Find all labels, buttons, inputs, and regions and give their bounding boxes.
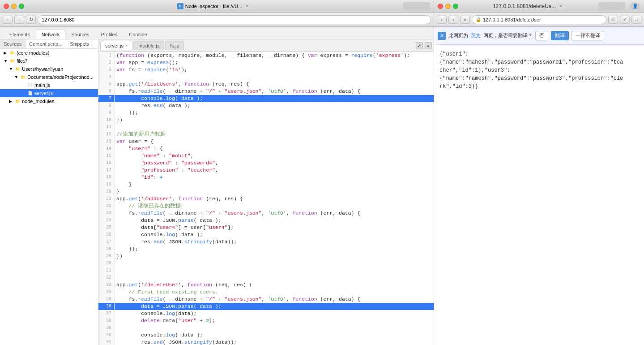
code-content: (function (exports, require, module, __f… [115,52,434,345]
address-bar-right[interactable]: 🔒 127.0.0.1:8081/deleteUser [472,15,606,24]
forward-button[interactable]: › [14,16,24,24]
tree-item-users[interactable]: ▼ 📁 Users/hywanliyuan [0,65,98,73]
ln-18: 18 [98,174,114,181]
translate-no-button[interactable]: 否 [535,31,548,40]
close-button-right[interactable] [438,4,443,9]
tree-item-core[interactable]: ▶ 📁 (core modules) [0,49,98,57]
nav-bar-left: ‹ › ↻ 127.0.0.1:8080 [0,13,434,27]
title-bar-right: 127.0.0.1:8081/deleteUs... × 👤 [434,0,644,13]
json-content: {"user1":{"name":"mahesh","password":"pa… [434,45,644,345]
tree-item-mainjs[interactable]: 📄 main.js [0,81,98,89]
address-bar-left[interactable]: 127.0.0.1:8080 [38,15,431,24]
code-line-14: "user4" : { [115,145,434,152]
maximize-button[interactable] [19,4,24,9]
ln-13: 13 [98,138,114,145]
ln-2: 2 [98,59,114,66]
reload-button[interactable]: ↻ [26,16,36,24]
code-line-11 [115,124,434,131]
address-text-right: 127.0.0.1:8081/deleteUser [483,17,541,22]
line-numbers: 1 2 3 4 5 6 7 8 9 10 11 12 13 14 15 16 1 [98,52,115,345]
translate-prompt: 网页，是否需要翻译？ [483,32,533,39]
tree-item-file[interactable]: ▼ 📁 file:// [0,57,98,65]
sync-button[interactable]: ✓ [620,16,630,24]
code-line-20: } [115,188,434,195]
code-line-31 [115,267,434,274]
file-tree-tab-sources[interactable]: Sources [0,39,26,48]
code-line-41: res.end( JSON.stringify(data)); [115,339,434,345]
title-spacer-right [598,2,625,10]
tab-area-right: 127.0.0.1:8081/deleteUs... × [461,3,596,9]
minimize-button[interactable] [11,4,17,9]
code-line-39 [115,324,434,332]
ln-12: 12 [98,131,114,138]
code-line-27: res.end( JSON.stringify(data)); [115,238,434,246]
ln-26: 26 [98,231,114,238]
ln-3: 3 [98,66,114,73]
code-line-21: app.get('/addUser', function (req, res) … [115,195,434,203]
code-line-33: app.get('/deleteUser', function (req, re… [115,281,434,289]
address-text-left: 127.0.0.1:8080 [42,17,74,22]
ln-23: 23 [98,210,114,217]
file-tree-tab-snippets[interactable]: Snippets [66,39,93,48]
ln-22: 22 [98,203,114,210]
ln-34: 34 [98,289,114,296]
code-line-3: var fs = require('fs'); [115,66,434,73]
editor-tabs: server.js × module.js fs.js ⤢ ≡ [98,39,434,52]
tab-close-right[interactable]: × [558,3,564,9]
tab-console[interactable]: Console [123,30,153,39]
editor-expand-btn[interactable]: ⤢ [416,42,423,49]
translate-label: 此网页为 [448,32,468,39]
tree-item-serverjs[interactable]: 📄 server.js [0,89,98,97]
close-button[interactable] [4,4,9,9]
tree-item-documents[interactable]: ▼ 📁 Documents/nodeProject/nod... [0,73,98,81]
file-tree: Sources Content scrip... Snippets ▶ 📁 (c… [0,39,98,345]
ln-29: 29 [98,253,114,260]
translate-icon: 文 [438,32,446,40]
minimize-button-right[interactable] [445,4,451,9]
right-panel: 127.0.0.1:8081/deleteUs... × 👤 ‹ › × 🔒 1… [434,0,644,345]
secure-icon: 🔒 [476,17,481,22]
ln-37: 37 [98,310,114,317]
code-line-8: res.end( data ); [115,102,434,109]
editor-menu-btn[interactable]: ≡ [425,42,432,49]
editor-area: server.js × module.js fs.js ⤢ ≡ 1 2 [98,39,434,345]
code-line-10: }) [115,116,434,124]
ln-7: 7 [98,95,114,102]
bookmark-button[interactable]: ☆ [608,16,618,24]
code-line-6: fs.readFile( __dirname + "/" + "users.js… [115,88,434,95]
code-line-12: //添加的新用户数据 [115,131,434,138]
ln-40: 40 [98,332,114,339]
code-view[interactable]: 1 2 3 4 5 6 7 8 9 10 11 12 13 14 15 16 1 [98,52,434,345]
translate-yes-button[interactable]: 翻译 [551,31,569,40]
sources-layout: Sources Content scrip... Snippets ▶ 📁 (c… [0,39,434,345]
forward-button-right[interactable]: › [448,16,458,24]
tab-close-serverjs[interactable]: × [125,43,128,48]
user-avatar[interactable]: 👤 [630,2,640,10]
tab-sources[interactable]: Sources [65,30,95,39]
editor-tab-modulejs[interactable]: module.js [133,41,164,50]
code-line-9: }); [115,109,434,116]
maximize-button-right[interactable] [453,4,458,9]
back-button[interactable]: ‹ [3,16,13,24]
ln-31: 31 [98,267,114,274]
editor-tab-serverjs[interactable]: server.js × [100,41,132,50]
tab-network[interactable]: Network [36,30,65,39]
translate-never-button[interactable]: 一律不翻译 [571,31,604,40]
code-line-34: // First read existing users. [115,289,434,296]
editor-tab-fsjs[interactable]: fs.js [165,41,184,50]
close-button-nav-right[interactable]: × [460,16,470,24]
ln-27: 27 [98,238,114,246]
code-line-17: "profession" : "teacher", [115,167,434,174]
json-text: {"user1":{"name":"mahesh","password":"pa… [439,51,623,90]
tab-profiles[interactable]: Profiles [95,30,124,39]
ln-6: 6 [98,88,114,95]
back-button-right[interactable]: ‹ [437,16,447,24]
ln-16: 16 [98,160,114,167]
file-tree-tab-content[interactable]: Content scrip... [26,39,66,48]
tab-elements[interactable]: Elements [4,30,36,39]
tab-close-btn[interactable]: × [244,3,250,9]
code-line-22: // 读取已存在的数据 [115,203,434,210]
tree-item-node-modules[interactable]: ▶ 📁 node_modules [0,97,98,105]
menu-button[interactable]: ≡ [631,16,641,24]
ln-36: 36 [98,303,114,310]
